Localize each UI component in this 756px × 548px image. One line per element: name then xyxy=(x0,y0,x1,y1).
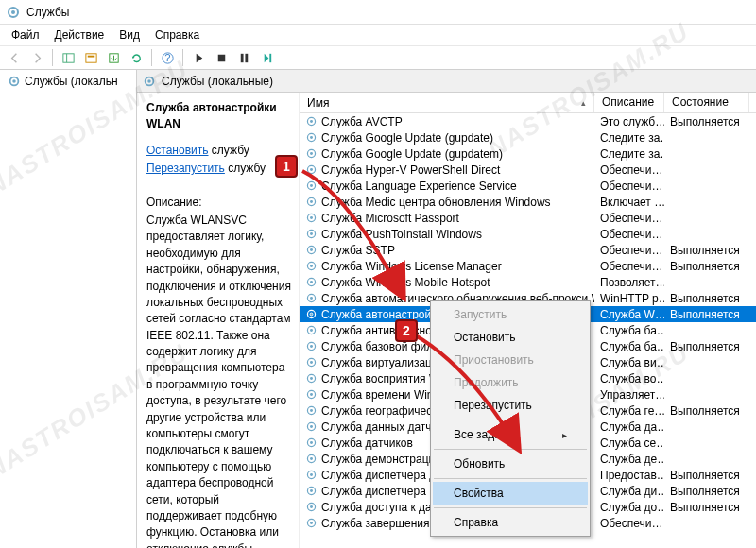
menu-view[interactable]: Вид xyxy=(112,26,147,43)
pause-button[interactable] xyxy=(233,47,254,68)
detail-desc: Служба WLANSVC предоставляет логику, нео… xyxy=(146,213,291,548)
service-state: Выполняется xyxy=(664,244,749,257)
service-state: Выполняется xyxy=(664,501,749,514)
svg-point-16 xyxy=(147,79,151,83)
svg-point-32 xyxy=(310,232,313,235)
service-desc: Обеспечи… xyxy=(594,228,664,241)
service-name: Служба Windows License Manager xyxy=(321,260,502,273)
sort-asc-icon: ▴ xyxy=(581,98,586,108)
service-row[interactable]: Служба AVCTPЭто служб…Выполняется xyxy=(300,113,756,129)
service-state: Выполняется xyxy=(664,469,749,482)
service-row[interactable]: Служба Microsoft PassportОбеспечи… xyxy=(300,210,756,226)
svg-rect-9 xyxy=(217,54,225,61)
service-row[interactable]: Служба Windows License ManagerОбеспечи…В… xyxy=(300,258,756,274)
svg-point-40 xyxy=(310,297,313,300)
service-row[interactable]: Служба Medic центра обновления WindowsВк… xyxy=(300,194,756,210)
restart-link[interactable]: Перезапустить xyxy=(146,162,225,175)
stop-button[interactable] xyxy=(211,47,232,68)
detail-desc-label: Описание: xyxy=(146,195,291,211)
gear-icon xyxy=(305,308,318,320)
service-state: Выполняется xyxy=(664,308,749,321)
service-desc: Служба ди… xyxy=(594,485,664,498)
service-desc: Служба ге… xyxy=(594,404,664,418)
service-desc: Служба де… xyxy=(594,453,664,466)
service-desc: Управляет… xyxy=(594,388,664,402)
svg-point-30 xyxy=(310,216,313,219)
ctx-divider xyxy=(434,507,587,508)
menu-file[interactable]: Файл xyxy=(4,26,47,43)
svg-point-26 xyxy=(310,184,313,187)
refresh-button[interactable] xyxy=(126,47,146,68)
ctx-stop[interactable]: Остановить xyxy=(433,326,588,349)
service-desc: Служба во… xyxy=(594,372,664,385)
gear-icon xyxy=(305,163,318,176)
action-stop: Остановить службу xyxy=(146,143,291,159)
service-row[interactable]: Служба Google Update (gupdatem)Следите з… xyxy=(300,146,756,162)
showpane-button[interactable] xyxy=(58,47,78,68)
service-desc: Служба да… xyxy=(594,420,664,434)
service-name: Служба Windows Mobile Hotspot xyxy=(321,276,490,289)
service-name: Служба PushToInstall Windows xyxy=(321,228,482,241)
restart-button[interactable] xyxy=(256,47,277,68)
console-button[interactable] xyxy=(80,47,101,68)
ctx-start: Запустить xyxy=(433,303,588,326)
col-header-desc[interactable]: Описание xyxy=(594,93,664,112)
ctx-properties[interactable]: Свойства xyxy=(433,482,588,505)
service-row[interactable]: Служба SSTPОбеспечи…Выполняется xyxy=(300,242,756,258)
stop-link[interactable]: Остановить xyxy=(146,144,209,157)
svg-point-50 xyxy=(310,377,313,380)
gear-icon xyxy=(305,388,318,401)
service-state: Выполняется xyxy=(664,260,749,273)
service-row[interactable]: Служба Windows Mobile HotspotПозволяет… xyxy=(300,274,756,290)
tree-root-item[interactable]: Службы (локальн xyxy=(6,74,130,89)
service-desc: Служба W… xyxy=(594,308,664,321)
service-row[interactable]: Служба Hyper-V PowerShell DirectОбеспечи… xyxy=(300,162,756,178)
service-desc: Обеспечи… xyxy=(594,244,664,257)
help-button[interactable]: ? xyxy=(157,47,178,68)
gear-icon xyxy=(305,485,318,497)
service-desc: WinHTTP р… xyxy=(594,292,664,305)
service-name: Служба Google Update (gupdate) xyxy=(321,131,493,145)
svg-point-38 xyxy=(310,281,313,283)
service-desc: Включает … xyxy=(594,196,664,209)
toolbar-separator xyxy=(52,49,53,66)
service-row[interactable]: Служба Language Experience ServiceОбеспе… xyxy=(300,178,756,194)
ctx-refresh[interactable]: Обновить xyxy=(433,453,588,475)
menu-help[interactable]: Справка xyxy=(147,26,207,43)
service-name: Служба Language Experience Service xyxy=(321,180,517,193)
ctx-help[interactable]: Справка xyxy=(433,511,588,534)
col-header-name[interactable]: Имя▴ xyxy=(300,93,594,112)
forward-button xyxy=(26,47,47,68)
gear-icon xyxy=(305,244,318,256)
ctx-divider xyxy=(434,420,587,420)
gear-icon xyxy=(305,131,318,144)
gear-icon xyxy=(305,356,318,368)
export-button[interactable] xyxy=(103,47,124,68)
service-desc: Обеспечи… xyxy=(594,517,664,530)
gear-icon xyxy=(305,517,318,529)
service-row[interactable]: Служба Google Update (gupdate)Следите за… xyxy=(300,129,756,146)
callout-1: 1 xyxy=(275,155,298,178)
ctx-restart[interactable]: Перезапустить xyxy=(433,394,588,417)
list-header: Имя▴ Описание Состояние xyxy=(300,93,756,113)
gear-icon xyxy=(305,115,318,128)
gear-icon xyxy=(305,292,318,304)
service-name: Служба датчиков xyxy=(321,437,413,450)
ctx-all-tasks[interactable]: Все задачи▸ xyxy=(433,423,588,446)
svg-point-22 xyxy=(310,152,313,155)
action-restart: Перезапустить службу xyxy=(146,161,291,177)
gear-icon xyxy=(305,501,318,513)
menu-action[interactable]: Действие xyxy=(47,26,112,43)
svg-point-44 xyxy=(310,329,313,332)
services-icon xyxy=(6,5,21,20)
service-desc: Это служб… xyxy=(594,115,664,128)
start-button[interactable] xyxy=(188,47,209,68)
svg-point-46 xyxy=(310,345,313,348)
col-header-state[interactable]: Состояние xyxy=(664,93,749,112)
service-row[interactable]: Служба PushToInstall WindowsОбеспечи… xyxy=(300,226,756,242)
submenu-arrow-icon: ▸ xyxy=(562,430,567,440)
service-desc: Служба се… xyxy=(594,437,664,450)
service-state: Выполняется xyxy=(664,404,749,418)
gear-icon xyxy=(305,404,318,417)
window-title: Службы xyxy=(26,6,69,19)
